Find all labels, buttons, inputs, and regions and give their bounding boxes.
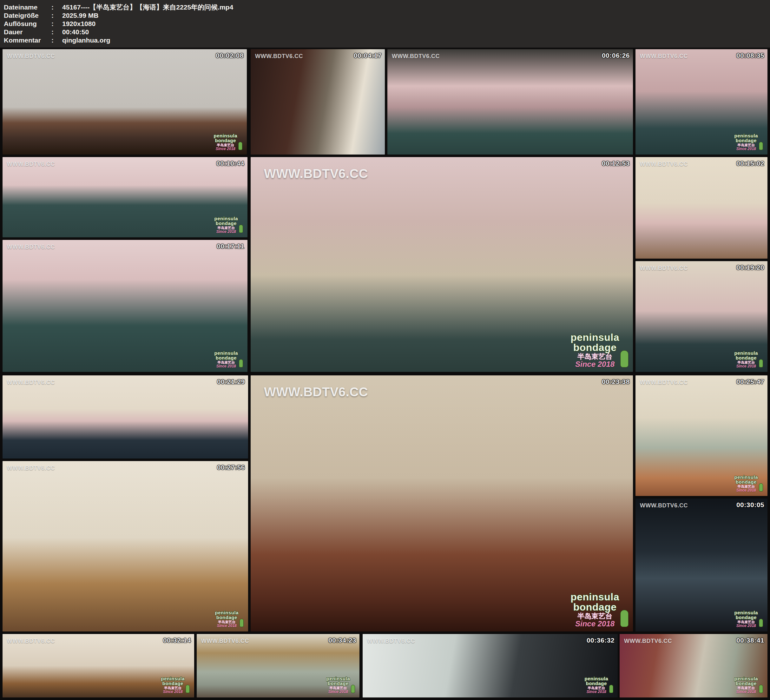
video-thumbnail: WWW.BDTV6.CC00:06:26 <box>387 49 633 154</box>
video-thumbnail: WWW.BDTV6.CC00:12:53peninsulabondage半岛束艺… <box>251 157 633 372</box>
logo-figure-icon <box>238 142 243 150</box>
filesize-value: 2025.99 MB <box>62 11 99 19</box>
watermark-text: WWW.BDTV6.CC <box>640 379 688 386</box>
watermark-text: WWW.BDTV6.CC <box>7 379 55 386</box>
studio-logo-text: peninsula <box>584 676 608 681</box>
duration-value: 00:40:50 <box>62 28 89 36</box>
timestamp-label: 00:19:20 <box>736 264 764 271</box>
studio-logo-text: peninsula <box>734 475 758 480</box>
studio-logo-text: bondage <box>573 602 617 612</box>
studio-logo: peninsulabondage半岛束艺台Since 2018 <box>734 133 763 151</box>
logo-figure-icon <box>186 685 190 693</box>
studio-logo-text: Since 2018 <box>575 360 615 368</box>
comment-value: qinglanhua.org <box>62 36 110 44</box>
timestamp-label: 00:36:32 <box>587 637 615 644</box>
watermark-text: WWW.BDTV6.CC <box>7 53 55 60</box>
video-thumbnail: WWW.BDTV6.CC00:25:47peninsulabondage半岛束艺… <box>636 375 767 496</box>
studio-logo-text: bondage <box>736 480 757 484</box>
studio-logo-text: bondage <box>586 681 607 686</box>
studio-logo-text: bondage <box>736 681 757 686</box>
metadata-label: Dateigröße <box>4 11 52 19</box>
studio-logo-text: peninsula <box>734 133 758 138</box>
studio-logo-text: peninsula <box>571 592 619 602</box>
metadata-row: Kommentar : qinglanhua.org <box>4 36 770 44</box>
watermark-text: WWW.BDTV6.CC <box>7 244 55 250</box>
studio-logo-text: peninsula <box>734 676 758 681</box>
logo-figure-icon <box>609 685 613 693</box>
studio-logo-text: Since 2018 <box>575 620 615 628</box>
studio-logo-text: Since 2018 <box>328 690 348 694</box>
timestamp-label: 00:02:08 <box>216 52 244 59</box>
studio-logo-text: Since 2018 <box>736 690 756 694</box>
studio-logo-text: bondage <box>736 138 757 143</box>
timestamp-label: 00:08:35 <box>736 52 764 59</box>
metadata-row: Auflösung : 1920x1080 <box>4 19 770 28</box>
studio-logo-text: 半岛束艺台 <box>578 353 612 360</box>
logo-figure-icon <box>759 619 763 627</box>
studio-logo-text: Since 2018 <box>736 364 756 368</box>
logo-figure-icon <box>759 142 763 150</box>
timestamp-label: 00:21:29 <box>217 378 245 386</box>
logo-figure-icon <box>239 225 243 233</box>
filename-value: 45167----【半岛束艺台】【海语】来自2225年的问候.mp4 <box>62 3 233 11</box>
studio-logo: peninsulabondage半岛束艺台Since 2018 <box>734 610 763 628</box>
studio-logo-text: bondage <box>217 615 237 620</box>
studio-logo: peninsulabondage半岛束艺台Since 2018 <box>214 133 243 151</box>
studio-logo-text: bondage <box>736 355 757 360</box>
metadata-colon: : <box>52 19 62 28</box>
video-thumbnail: WWW.BDTV6.CC00:19:20peninsulabondage半岛束艺… <box>636 261 767 372</box>
studio-logo-text: peninsula <box>214 216 238 221</box>
watermark-text: WWW.BDTV6.CC <box>255 53 303 60</box>
watermark-text: WWW.BDTV6.CC <box>640 161 688 167</box>
studio-logo-text: peninsula <box>161 676 184 681</box>
video-thumbnail: WWW.BDTV6.CC00:27:56peninsulabondage半岛束艺… <box>3 461 248 632</box>
video-thumbnail: WWW.BDTV6.CC00:34:23peninsulabondage半岛束艺… <box>197 634 359 697</box>
timestamp-label: 00:38:41 <box>736 637 764 644</box>
resolution-value: 1920x1080 <box>62 19 95 28</box>
studio-logo-text: peninsula <box>326 676 350 681</box>
studio-logo-text: peninsula <box>571 332 619 343</box>
studio-logo-text: Since 2018 <box>163 690 183 694</box>
studio-logo-text: peninsula <box>734 351 758 355</box>
watermark-text: WWW.BDTV6.CC <box>640 502 688 509</box>
timestamp-label: 00:32:14 <box>163 637 191 644</box>
studio-logo-text: 半岛束艺台 <box>578 613 612 620</box>
metadata-row: Dateiname : 45167----【半岛束艺台】【海语】来自2225年的… <box>4 3 770 11</box>
video-thumbnail: WWW.BDTV6.CC00:15:02 <box>636 157 767 259</box>
logo-figure-icon <box>620 610 629 627</box>
studio-logo: peninsulabondage半岛束艺台Since 2018 <box>214 351 243 368</box>
studio-logo-text: bondage <box>573 342 617 353</box>
studio-logo-text: bondage <box>216 355 237 360</box>
video-thumbnail: WWW.BDTV6.CC00:38:41peninsulabondage半岛束艺… <box>620 634 767 697</box>
timestamp-label: 00:25:47 <box>736 378 764 386</box>
studio-logo: peninsulabondage半岛束艺台Since 2018 <box>571 332 629 368</box>
logo-figure-icon <box>759 685 763 693</box>
video-thumbnail: WWW.BDTV6.CC00:23:38peninsulabondage半岛束艺… <box>251 375 633 632</box>
watermark-text: WWW.BDTV6.CC <box>640 265 688 272</box>
metadata-label: Kommentar <box>4 36 52 44</box>
contact-sheet: Dateiname : 45167----【半岛束艺台】【海语】来自2225年的… <box>0 0 770 700</box>
logo-figure-icon <box>759 483 763 491</box>
studio-logo-text: Since 2018 <box>736 624 756 628</box>
metadata-row: Dateigröße : 2025.99 MB <box>4 11 770 19</box>
video-thumbnail: WWW.BDTV6.CC00:21:29 <box>3 375 248 459</box>
metadata-colon: : <box>52 28 62 36</box>
video-thumbnail: WWW.BDTV6.CC00:30:05peninsulabondage半岛束艺… <box>636 499 767 632</box>
metadata-colon: : <box>52 11 62 19</box>
timestamp-label: 00:27:56 <box>217 463 245 471</box>
studio-logo-text: Since 2018 <box>736 147 756 151</box>
studio-logo: peninsulabondage半岛束艺台Since 2018 <box>326 676 355 694</box>
watermark-text: WWW.BDTV6.CC <box>7 465 55 472</box>
studio-logo: peninsulabondage半岛束艺台Since 2018 <box>214 216 243 233</box>
timestamp-label: 00:06:26 <box>602 52 630 59</box>
watermark-text: WWW.BDTV6.CC <box>367 638 415 645</box>
watermark-text: WWW.BDTV6.CC <box>264 167 368 181</box>
video-thumbnail: WWW.BDTV6.CC00:32:14peninsulabondage半岛束艺… <box>3 634 194 697</box>
studio-logo-text: bondage <box>215 138 236 143</box>
timestamp-label: 00:17:11 <box>217 242 244 250</box>
studio-logo: peninsulabondage半岛束艺台Since 2018 <box>584 676 613 694</box>
metadata-label: Dauer <box>4 28 52 36</box>
watermark-text: WWW.BDTV6.CC <box>7 161 55 167</box>
logo-figure-icon <box>351 685 355 693</box>
timestamp-label: 00:10:44 <box>217 160 244 167</box>
